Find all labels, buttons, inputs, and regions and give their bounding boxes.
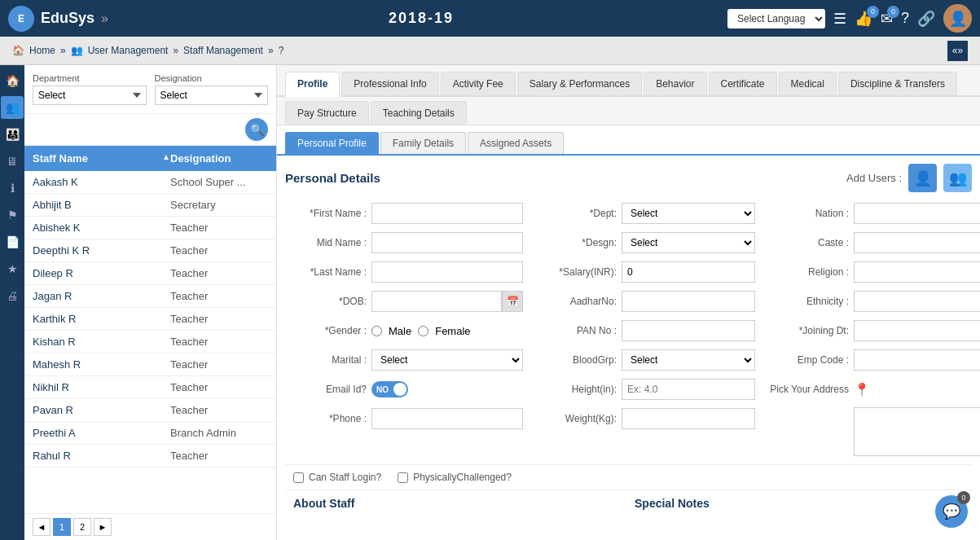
first-name-input[interactable] bbox=[371, 203, 523, 224]
caste-label: Caste : bbox=[767, 237, 849, 248]
last-name-input[interactable] bbox=[371, 261, 523, 283]
salary-input[interactable] bbox=[622, 261, 755, 283]
home-icon[interactable]: 🏠 bbox=[12, 45, 24, 56]
search-button[interactable]: 🔍 bbox=[245, 118, 268, 141]
language-select[interactable]: Select Languag bbox=[727, 9, 825, 29]
phone-input[interactable] bbox=[371, 408, 523, 429]
gender-female-radio[interactable] bbox=[418, 326, 428, 336]
sidebar-monitor-icon[interactable]: 🖥 bbox=[1, 150, 24, 173]
email-toggle-wrap: NO bbox=[371, 381, 408, 397]
tab-teaching-details[interactable]: Teaching Details bbox=[371, 101, 467, 125]
caste-row: Caste : bbox=[767, 231, 980, 254]
dob-input[interactable] bbox=[371, 291, 502, 312]
marital-select[interactable]: Select bbox=[371, 349, 523, 371]
staff-row[interactable]: Karthik R Teacher bbox=[24, 308, 276, 331]
emp-code-input[interactable] bbox=[854, 349, 980, 371]
tab-profile[interactable]: Profile bbox=[285, 72, 340, 97]
breadcrumb-home[interactable]: Home bbox=[29, 45, 55, 56]
address-textarea[interactable] bbox=[854, 407, 980, 456]
add-users-area: Add Users : 👤 👥 bbox=[846, 164, 972, 192]
caste-input[interactable] bbox=[854, 232, 980, 253]
breadcrumb-user-management[interactable]: User Management bbox=[88, 45, 169, 56]
help-icon[interactable]: ? bbox=[901, 10, 909, 27]
page-1-button[interactable]: 1 bbox=[53, 518, 71, 536]
collapse-sidebar-button[interactable]: «» bbox=[947, 41, 968, 61]
sidebar-print-icon[interactable]: 🖨 bbox=[1, 284, 24, 307]
gender-male-radio[interactable] bbox=[371, 326, 382, 336]
nav-arrow-icon: » bbox=[101, 11, 108, 26]
mid-name-input[interactable] bbox=[371, 232, 523, 253]
sidebar-home-icon[interactable]: 🏠 bbox=[1, 69, 24, 92]
joining-dt-input[interactable] bbox=[854, 320, 980, 341]
tab-salary-and-performances[interactable]: Salary & Performances bbox=[517, 72, 642, 95]
add-group-user-button[interactable]: 👥 bbox=[943, 164, 972, 192]
prev-page-button[interactable]: ◄ bbox=[33, 518, 51, 536]
sub-tab-assigned-assets[interactable]: Assigned Assets bbox=[468, 132, 564, 154]
department-select[interactable]: Select bbox=[33, 86, 147, 105]
tab-medical[interactable]: Medical bbox=[779, 72, 837, 95]
like-badge: 0 bbox=[867, 6, 879, 18]
breadcrumb-staff-management[interactable]: Staff Management bbox=[183, 45, 263, 56]
page-2-button[interactable]: 2 bbox=[73, 518, 91, 536]
settings-icon[interactable]: 🔗 bbox=[917, 10, 935, 28]
staff-row[interactable]: Kishan R Teacher bbox=[24, 331, 276, 353]
staff-row[interactable]: Aakash K School Super ... bbox=[24, 171, 276, 194]
staff-row[interactable]: Dileep R Teacher bbox=[24, 262, 276, 285]
staff-row[interactable]: Pavan R Teacher bbox=[24, 399, 276, 422]
ethnicity-input[interactable] bbox=[854, 291, 980, 312]
staff-row[interactable]: Jagan R Teacher bbox=[24, 285, 276, 308]
sort-icon[interactable]: ▲ bbox=[162, 152, 170, 165]
add-single-user-button[interactable]: 👤 bbox=[908, 164, 937, 192]
can-staff-login-checkbox[interactable] bbox=[293, 472, 304, 483]
staff-name: Jagan R bbox=[33, 290, 170, 302]
menu-icon[interactable]: ☰ bbox=[833, 10, 846, 28]
tab-activity-fee[interactable]: Activity Fee bbox=[441, 72, 516, 95]
special-notes-title: Special Notes bbox=[635, 497, 964, 510]
physically-challenged-checkbox[interactable] bbox=[398, 472, 408, 483]
sub-tab-personal-profile[interactable]: Personal Profile bbox=[285, 132, 379, 154]
nation-input[interactable] bbox=[854, 203, 980, 224]
tab-pay-structure[interactable]: Pay Structure bbox=[285, 101, 369, 125]
aadhar-input[interactable] bbox=[622, 291, 755, 312]
chat-bubble[interactable]: 💬 0 bbox=[935, 495, 968, 528]
pan-input[interactable] bbox=[622, 320, 755, 341]
like-icon[interactable]: 👍 0 bbox=[855, 10, 872, 28]
staff-row[interactable]: Rahul R Teacher bbox=[24, 445, 276, 468]
sidebar-star-icon[interactable]: ★ bbox=[1, 257, 24, 280]
message-icon[interactable]: ✉ 0 bbox=[881, 10, 893, 28]
sidebar-doc-icon[interactable]: 📄 bbox=[1, 230, 24, 253]
staff-row[interactable]: Abishek K Teacher bbox=[24, 217, 276, 239]
tab-certificate[interactable]: Certificate bbox=[709, 72, 777, 95]
tab-row2: Pay StructureTeaching Details bbox=[277, 97, 980, 125]
staff-row[interactable]: Nikhil R Teacher bbox=[24, 376, 276, 399]
religion-row: Religion : bbox=[767, 261, 980, 283]
dept-select[interactable]: Select bbox=[622, 203, 755, 224]
email-toggle[interactable]: NO bbox=[371, 381, 408, 397]
desgn-select[interactable]: Select bbox=[622, 232, 755, 253]
avatar[interactable]: 👤 bbox=[943, 4, 972, 33]
tab-professional-info[interactable]: Professional Info bbox=[341, 72, 438, 95]
sidebar-users-icon[interactable]: 👥 bbox=[1, 96, 24, 119]
calendar-button[interactable]: 📅 bbox=[502, 291, 523, 312]
staff-table-header: Staff Name ▲ Designation bbox=[24, 146, 276, 171]
dob-row: *DOB: 📅 bbox=[285, 290, 523, 313]
tab-discipline-and-transfers[interactable]: Discipline & Transfers bbox=[838, 72, 957, 95]
designation-select[interactable]: Select bbox=[155, 86, 269, 105]
staff-row[interactable]: Deepthi K R Teacher bbox=[24, 239, 276, 262]
sidebar-flag-icon[interactable]: ⚑ bbox=[1, 204, 24, 226]
staff-row[interactable]: Preethi A Branch Admin bbox=[24, 422, 276, 445]
staff-row[interactable]: Mahesh R Teacher bbox=[24, 353, 276, 376]
location-icon[interactable]: 📍 bbox=[854, 382, 870, 397]
bloodgrp-select[interactable]: Select bbox=[622, 349, 755, 371]
tab-behavior[interactable]: Behavior bbox=[644, 72, 706, 95]
next-page-button[interactable]: ► bbox=[94, 518, 112, 536]
staff-row[interactable]: Abhijit B Secretary bbox=[24, 194, 276, 217]
sidebar-group-icon[interactable]: 👨‍👩‍👧 bbox=[1, 123, 24, 146]
sidebar-info-icon[interactable]: ℹ bbox=[1, 177, 24, 200]
weight-input[interactable] bbox=[622, 408, 755, 429]
sub-tab-family-details[interactable]: Family Details bbox=[380, 132, 466, 154]
form-col-3: Nation : Caste : Religion : Ethnicity : bbox=[767, 202, 980, 456]
height-input[interactable] bbox=[622, 379, 755, 400]
religion-input[interactable] bbox=[854, 261, 980, 283]
staff-designation: School Super ... bbox=[170, 176, 268, 188]
